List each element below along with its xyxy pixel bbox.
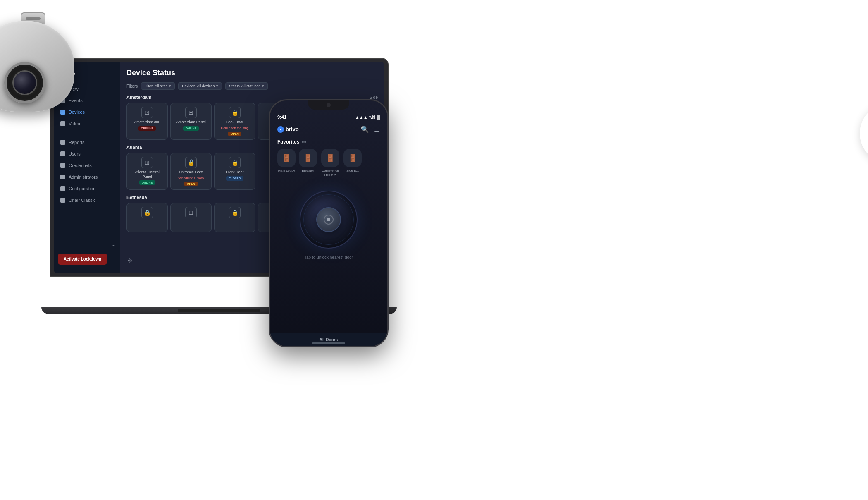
devices-chevron-icon: ▾ [216, 84, 218, 88]
camera-body [0, 21, 74, 112]
bethesda-door-2-icon: ⊞ [185, 207, 197, 218]
device-entrance-gate-name: Entrance Gate [179, 170, 203, 175]
door-side-e[interactable]: 🚪 Side E... [343, 149, 362, 177]
elevator-label: Elevator [302, 169, 314, 173]
elevator-icon: 🚪 [299, 149, 317, 167]
device-entrance-gate-sub: Scheduled Unlock [178, 176, 204, 180]
sidebar-item-users[interactable]: Users [54, 148, 120, 160]
status-bar: 9:41 ▲▲▲ wifi ▓ [270, 112, 387, 122]
door-main-lobby[interactable]: 🚪 Main Lobby [277, 149, 296, 177]
device-front-door-atlanta-name: Front Door [226, 170, 243, 175]
device-amsterdam-panel[interactable]: ⊞ Amsterdam Panel ONLINE [170, 103, 212, 140]
phone-screen: 9:41 ▲▲▲ wifi ▓ ● brivo 🔍 ☰ [270, 100, 387, 346]
panel-device-icon: ⊞ [185, 107, 197, 118]
device-amsterdam-panel-name: Amsterdam Panel [176, 120, 206, 124]
phone-notch [308, 100, 349, 110]
status-filter-value: All statuses [241, 84, 260, 88]
sidebar-item-configuration[interactable]: Configuration [54, 183, 120, 194]
phone-time: 9:41 [277, 115, 286, 120]
device-front-door-atlanta[interactable]: 🔒 Front Door CLOSED [214, 153, 255, 190]
gate-icon: 🔓 [185, 157, 197, 168]
status-filter[interactable]: Status All statuses ▾ [225, 82, 268, 90]
bethesda-device-3[interactable]: 🔒 [214, 203, 255, 232]
devices-filter[interactable]: Devices All devices ▾ [178, 82, 222, 90]
camera-device-icon: ⊡ [141, 107, 153, 118]
site-amsterdam-count: 5 de [370, 95, 378, 100]
site-atlanta-name: Atlanta [126, 145, 142, 150]
sidebar-item-administrators[interactable]: Administrators [54, 171, 120, 183]
device-back-door-name: Back Door [226, 120, 243, 124]
main-lobby-icon: 🚪 [277, 149, 296, 167]
phone-menu-icon[interactable]: ☰ [374, 125, 380, 133]
tap-unlock-text: Tap to unlock nearest door [304, 255, 353, 260]
door-elevator[interactable]: 🚪 Elevator [299, 149, 317, 177]
phone-app-header: ● brivo 🔍 ☰ [270, 122, 387, 136]
front-door-atlanta-icon: 🔒 [229, 157, 241, 168]
all-doors-tab[interactable]: All Doors [270, 333, 387, 346]
front-camera-icon [327, 103, 331, 107]
camera-lens-inner [12, 70, 37, 95]
classic-icon [60, 198, 65, 203]
atlanta-panel-icon: ⊞ [141, 157, 153, 168]
device-entrance-gate[interactable]: 🔓 Entrance Gate Scheduled Unlock OPEN [170, 153, 212, 190]
devices-filter-label: Devices [182, 84, 195, 88]
settings-icon[interactable]: ⚙ [127, 257, 133, 264]
conference-icon: 🚪 [321, 149, 339, 167]
bethesda-device-2[interactable]: ⊞ [170, 203, 212, 232]
devices-filter-value: All devices [197, 84, 215, 88]
device-amsterdam-panel-badge: ONLINE [183, 126, 199, 131]
status-icons: ▲▲▲ wifi ▓ [355, 115, 380, 120]
sidebar-divider-1 [60, 133, 113, 133]
status-filter-label: Status [229, 84, 240, 88]
sites-chevron-icon: ▾ [169, 84, 171, 88]
page-title: Device Status [126, 69, 378, 77]
filters-label: Filters [126, 84, 138, 89]
sidebar-item-credentials[interactable]: Credentials [54, 160, 120, 171]
phone-search-icon[interactable]: 🔍 [361, 125, 369, 133]
more-menu[interactable]: ··· [112, 242, 116, 248]
users-icon [60, 151, 65, 156]
lockdown-button[interactable]: Activate Lockdown [58, 254, 107, 265]
bethesda-door-3-icon: 🔒 [229, 207, 241, 218]
sites-filter[interactable]: Sites All sites ▾ [141, 82, 175, 90]
phone-body: 9:41 ▲▲▲ wifi ▓ ● brivo 🔍 ☰ [269, 99, 389, 347]
favorites-dots: ••• [302, 140, 306, 144]
sidebar-item-onair[interactable]: Onair Classic [54, 194, 120, 206]
all-doors-label: All Doors [320, 337, 338, 342]
config-icon [60, 186, 65, 191]
phone-brivo-brand: ● brivo [277, 126, 299, 133]
camera-lens [4, 62, 45, 103]
sidebar-item-users-label: Users [69, 151, 81, 156]
device-front-door-atlanta-badge: CLOSED [226, 176, 243, 181]
key-icon [60, 163, 65, 168]
home-indicator [312, 342, 345, 344]
device-back-door-badge: OPEN [228, 132, 241, 136]
unlock-button[interactable] [316, 207, 341, 232]
wifi-icon: wifi [369, 115, 375, 120]
device-back-door-sub: Held open too long [221, 126, 248, 130]
status-chevron-icon: ▾ [262, 84, 264, 88]
device-amsterdam-300-badge: OFFLINE [138, 126, 156, 131]
filters-row: Filters Sites All sites ▾ Devices All de… [126, 82, 378, 90]
device-atlanta-panel[interactable]: ⊞ Atlanta Control Panel ONLINE [126, 153, 168, 190]
chart-icon [60, 140, 65, 145]
device-atlanta-panel-badge: ONLINE [139, 180, 155, 185]
sidebar-item-credentials-label: Credentials [69, 163, 92, 168]
device-amsterdam-300[interactable]: ⊡ Amsterdam 300 OFFLINE [126, 103, 168, 140]
side-e-label: Side E... [346, 169, 359, 173]
site-amsterdam-name: Amsterdam [126, 95, 152, 100]
partner-mimecast [860, 103, 868, 163]
sidebar-item-reports[interactable]: Reports [54, 136, 120, 148]
sites-filter-label: Sites [145, 84, 153, 88]
device-atlanta-panel-name: Atlanta Control Panel [130, 170, 164, 179]
bethesda-device-1[interactable]: 🔒 [126, 203, 168, 232]
security-camera [0, 12, 91, 128]
door-conference[interactable]: 🚪 Conference Room A [320, 149, 340, 177]
sidebar-item-administrators-label: Administrators [69, 175, 98, 179]
unlock-ring[interactable] [300, 191, 358, 249]
device-back-door[interactable]: 🔒 Back Door Held open too long OPEN [214, 103, 255, 140]
phone-header-actions: 🔍 ☰ [361, 125, 380, 133]
signal-icon: ▲▲▲ [355, 115, 368, 120]
sidebar-item-configuration-label: Configuration [69, 186, 95, 191]
admin-icon [60, 175, 65, 179]
